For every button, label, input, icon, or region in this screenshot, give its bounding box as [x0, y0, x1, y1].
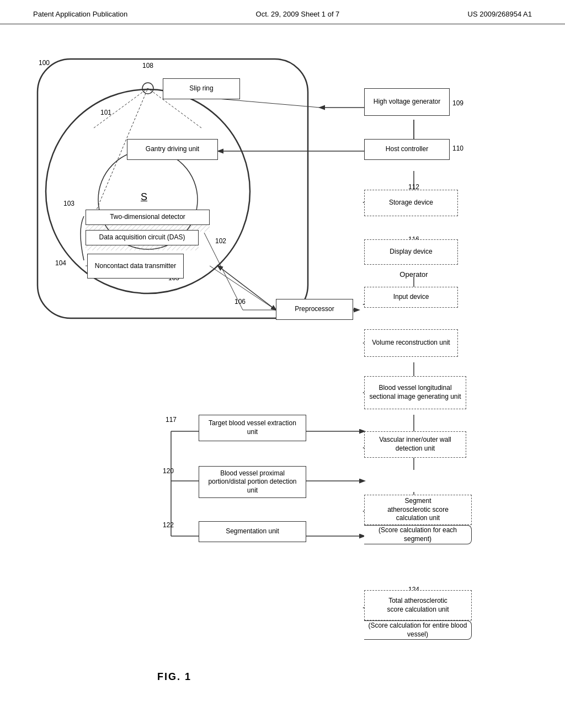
diagram-svg [0, 29, 565, 713]
score-entire-box: (Score calculation for entire blood vess… [364, 620, 472, 640]
diagram-area: 100 101 102 103 104 105 106 107 108 109 … [0, 29, 565, 713]
operator-label: Operator [386, 270, 441, 279]
input-device-box: Input device [364, 287, 458, 308]
label-104: 104 [55, 259, 66, 267]
score-each-segment-box: (Score calculation for each segment) [364, 525, 472, 544]
total-athero-box: Total atherosclerotic score calculation … [364, 590, 472, 620]
preprocessor-box: Preprocessor [276, 299, 353, 320]
label-110: 110 [452, 144, 463, 152]
label-103: 103 [63, 200, 74, 207]
segment-athero-box: Segment atherosclerotic score calculatio… [364, 495, 472, 525]
blood-vessel-long-box: Blood vessel longitudinal sectional imag… [364, 376, 466, 409]
subject-label: S [141, 191, 147, 203]
svg-line-14 [218, 99, 320, 108]
label-122: 122 [163, 521, 174, 529]
label-108: 108 [142, 62, 153, 69]
volume-recon-box: Volume reconstruction unit [364, 329, 458, 357]
header-center: Oct. 29, 2009 Sheet 1 of 7 [256, 10, 340, 18]
figure-label: FIG. 1 [157, 671, 191, 683]
slip-ring-box: Slip ring [163, 78, 240, 99]
segmentation-box: Segmentation unit [199, 521, 306, 542]
label-109: 109 [452, 99, 463, 107]
gantry-driving-box: Gantry driving unit [127, 139, 218, 160]
page-header: Patent Application Publication Oct. 29, … [0, 0, 565, 24]
header-right: US 2009/268954 A1 [468, 10, 532, 18]
label-101: 101 [100, 109, 111, 116]
vascular-inner-box: Vascular inner/outer wall detection unit [364, 431, 466, 458]
high-voltage-box: High voltage generator [364, 88, 450, 116]
label-117: 117 [166, 416, 177, 424]
label-100: 100 [39, 59, 50, 67]
label-102: 102 [215, 237, 226, 245]
das-box: Data acquisition circuit (DAS) [86, 230, 199, 245]
label-120: 120 [163, 467, 174, 475]
noncontact-box: Noncontact data transmitter [87, 254, 184, 279]
header-left: Patent Application Publication [33, 10, 127, 18]
display-device-box: Display device [364, 239, 458, 265]
two-dim-detector-box: Two-dimensional detector [86, 210, 210, 225]
svg-line-37 [218, 266, 276, 310]
target-blood-vessel-box: Target blood vessel extraction unit [199, 415, 306, 441]
host-controller-box: Host controller [364, 139, 450, 160]
storage-device-box: Storage device [364, 190, 458, 216]
label-106: 106 [234, 298, 246, 306]
blood-vessel-proximal-box: Blood vessel proximal portion/distal por… [199, 466, 306, 498]
